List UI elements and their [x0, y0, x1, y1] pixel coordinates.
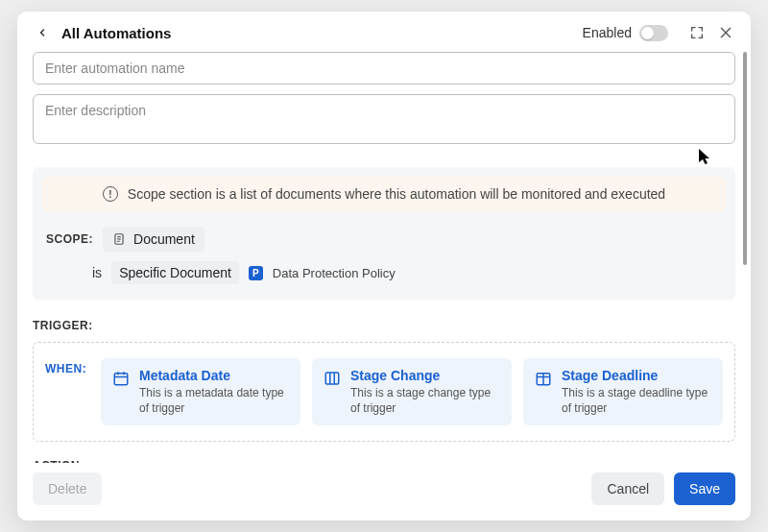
- trigger-option-stage-deadline[interactable]: Stage Deadline This is a stage deadline …: [523, 358, 723, 425]
- scope-type-label: Document: [133, 231, 195, 247]
- enabled-toggle-group: Enabled: [583, 25, 668, 41]
- header-title: All Automations: [61, 25, 171, 41]
- modal-footer: Delete Cancel Save: [17, 463, 751, 520]
- toggle-knob: [641, 27, 654, 39]
- fullscreen-button[interactable]: [687, 23, 707, 42]
- calendar-icon: [112, 370, 130, 387]
- trigger-option-stage-change[interactable]: Stage Change This is a stage change type…: [312, 358, 512, 425]
- stage-deadline-icon: [535, 370, 552, 387]
- scope-section: ! Scope section is a list of documents w…: [33, 167, 735, 300]
- modal-header: All Automations Enabled: [17, 12, 751, 50]
- svg-rect-6: [114, 374, 128, 385]
- enabled-label: Enabled: [583, 25, 632, 40]
- scope-document-name[interactable]: Data Protection Policy: [273, 266, 396, 280]
- trigger-option-desc: This is a metadata date type of trigger: [139, 386, 289, 416]
- close-button[interactable]: [716, 23, 735, 42]
- when-label: WHEN:: [45, 358, 89, 375]
- enabled-toggle[interactable]: [639, 25, 668, 41]
- trigger-option-title: Stage Deadline: [562, 368, 711, 383]
- scope-condition-row: is Specific Document P Data Protection P…: [92, 261, 722, 284]
- scope-row: SCOPE: Document: [46, 227, 722, 252]
- trigger-option-title: Stage Change: [350, 368, 500, 383]
- trigger-option-desc: This is a stage change type of trigger: [350, 386, 500, 416]
- automation-description-input[interactable]: [33, 94, 735, 144]
- scope-info-banner: ! Scope section is a list of documents w…: [42, 177, 726, 211]
- scrollbar-thumb[interactable]: [743, 52, 747, 265]
- delete-button[interactable]: Delete: [33, 472, 102, 505]
- action-section-label: ACTION:: [33, 459, 735, 463]
- scope-label: SCOPE:: [46, 232, 93, 246]
- scope-banner-text: Scope section is a list of documents whe…: [128, 186, 665, 202]
- scope-type-chip[interactable]: Document: [103, 227, 204, 252]
- cancel-button[interactable]: Cancel: [591, 472, 664, 505]
- scope-condition-chip[interactable]: Specific Document: [111, 261, 239, 284]
- stage-icon: [324, 370, 341, 387]
- svg-rect-10: [325, 373, 339, 384]
- back-button[interactable]: [33, 23, 52, 42]
- close-icon: [718, 25, 733, 40]
- save-button[interactable]: Save: [674, 472, 735, 505]
- trigger-section: WHEN: Metadata Date This is a metadata d…: [33, 342, 735, 442]
- trigger-option-title: Metadata Date: [139, 368, 289, 383]
- trigger-section-label: TRIGGER:: [33, 319, 735, 332]
- chevron-left-icon: [36, 27, 48, 38]
- scope-condition-prefix: is: [92, 265, 102, 280]
- expand-icon: [689, 25, 705, 40]
- trigger-option-grid: Metadata Date This is a metadata date ty…: [101, 358, 723, 425]
- trigger-option-metadata-date[interactable]: Metadata Date This is a metadata date ty…: [101, 358, 300, 425]
- doc-badge: P: [249, 266, 263, 280]
- modal-body: ! Scope section is a list of documents w…: [17, 50, 751, 463]
- automation-name-input[interactable]: [33, 52, 735, 85]
- info-icon: !: [103, 186, 118, 202]
- document-icon: [112, 232, 126, 246]
- trigger-option-desc: This is a stage deadline type of trigger: [562, 386, 711, 416]
- automation-editor-modal: All Automations Enabled ! Scope section …: [17, 12, 751, 520]
